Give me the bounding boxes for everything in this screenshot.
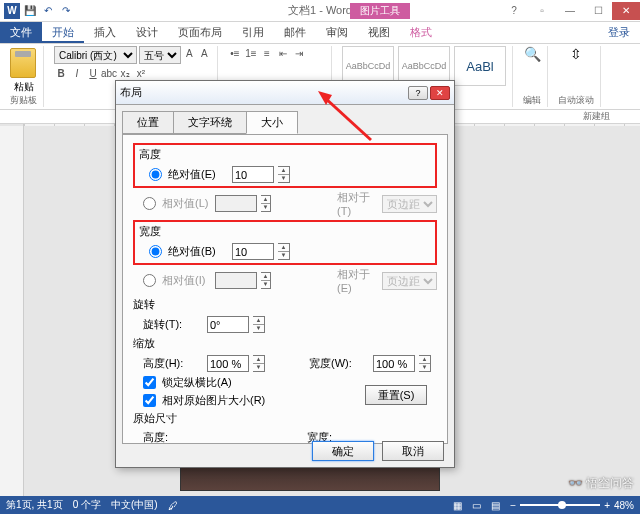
status-lang[interactable]: 中文(中国) bbox=[111, 498, 158, 512]
title-bar: W 💾 ↶ ↷ 文档1 - Word 图片工具 ? ▫ — ☐ ✕ bbox=[0, 0, 640, 22]
width-abs-input[interactable] bbox=[232, 243, 274, 260]
dtab-position[interactable]: 位置 bbox=[122, 111, 174, 134]
zoom-in-icon[interactable]: + bbox=[604, 500, 610, 511]
dtab-wrap[interactable]: 文字环绕 bbox=[173, 111, 247, 134]
relative-original-checkbox[interactable] bbox=[143, 394, 156, 407]
reset-button[interactable]: 重置(S) bbox=[365, 385, 427, 405]
zoom-value[interactable]: 48% bbox=[614, 500, 634, 511]
style-heading1[interactable]: AaBl bbox=[454, 46, 506, 86]
bullets-icon[interactable]: •≡ bbox=[228, 46, 242, 60]
width-highlight: 宽度 绝对值(B) ▲▼ bbox=[133, 220, 437, 265]
group-clipboard: 粘贴 剪贴板 bbox=[4, 46, 44, 107]
dtab-size[interactable]: 大小 bbox=[246, 111, 298, 134]
tab-home[interactable]: 开始 bbox=[42, 22, 84, 43]
status-words[interactable]: 0 个字 bbox=[73, 498, 101, 512]
original-label: 原始尺寸 bbox=[133, 411, 437, 426]
word-icon: W bbox=[4, 3, 20, 19]
height-rel-label: 相对值(L) bbox=[162, 196, 211, 211]
indent-inc-icon[interactable]: ⇥ bbox=[292, 46, 306, 60]
width-rel-radio[interactable] bbox=[143, 274, 156, 287]
shrink-font-icon[interactable]: A bbox=[198, 46, 211, 60]
group-autoscroll: ⇳ 自动滚动 bbox=[552, 46, 601, 107]
height-rel-input bbox=[215, 195, 257, 212]
width-rel-spinner: ▲▼ bbox=[261, 272, 271, 289]
rotate-input[interactable] bbox=[207, 316, 249, 333]
scale-w-spinner[interactable]: ▲▼ bbox=[419, 355, 431, 372]
edit-label: 编辑 bbox=[523, 94, 541, 107]
underline-icon[interactable]: U bbox=[86, 66, 100, 80]
dialog-help-icon[interactable]: ? bbox=[408, 86, 428, 100]
zoom-slider[interactable] bbox=[520, 504, 600, 506]
cancel-button[interactable]: 取消 bbox=[382, 441, 444, 461]
height-abs-radio[interactable] bbox=[149, 168, 162, 181]
scale-w-label: 宽度(W): bbox=[309, 356, 369, 371]
save-icon[interactable]: 💾 bbox=[22, 3, 38, 19]
grow-font-icon[interactable]: A bbox=[183, 46, 196, 60]
ribbon-tabs: 文件 开始 插入 设计 页面布局 引用 邮件 审阅 视图 格式 登录 bbox=[0, 22, 640, 44]
tab-file[interactable]: 文件 bbox=[0, 22, 42, 43]
tab-design[interactable]: 设计 bbox=[126, 22, 168, 43]
view-read-icon[interactable]: ▭ bbox=[472, 500, 481, 511]
view-print-icon[interactable]: ▦ bbox=[453, 500, 462, 511]
height-rel-radio[interactable] bbox=[143, 197, 156, 210]
dialog-tabs: 位置 文字环绕 大小 bbox=[122, 111, 448, 134]
relative-original-label: 相对原始图片大小(R) bbox=[162, 393, 265, 408]
ok-button[interactable]: 确定 bbox=[312, 441, 374, 461]
sub-icon[interactable]: x₂ bbox=[118, 66, 132, 80]
width-abs-radio[interactable] bbox=[149, 245, 162, 258]
tab-insert[interactable]: 插入 bbox=[84, 22, 126, 43]
document-title: 文档1 - Word bbox=[288, 3, 352, 18]
bold-icon[interactable]: B bbox=[54, 66, 68, 80]
italic-icon[interactable]: I bbox=[70, 66, 84, 80]
font-name-select[interactable]: Calibri (西文) bbox=[54, 46, 137, 64]
undo-icon[interactable]: ↶ bbox=[40, 3, 56, 19]
width-abs-label: 绝对值(B) bbox=[168, 244, 228, 259]
height-abs-label: 绝对值(E) bbox=[168, 167, 228, 182]
login-link[interactable]: 登录 bbox=[598, 22, 640, 43]
rotate-spinner[interactable]: ▲▼ bbox=[253, 316, 265, 333]
dialog-title: 布局 bbox=[120, 85, 142, 100]
scale-label: 缩放 bbox=[133, 336, 437, 351]
close-icon[interactable]: ✕ bbox=[612, 2, 640, 20]
height-relto-label: 相对于(T) bbox=[337, 190, 378, 217]
tab-format[interactable]: 格式 bbox=[400, 22, 442, 43]
tab-view[interactable]: 视图 bbox=[358, 22, 400, 43]
sup-icon[interactable]: x² bbox=[134, 66, 148, 80]
scale-w-input[interactable] bbox=[373, 355, 415, 372]
multilevel-icon[interactable]: ≡ bbox=[260, 46, 274, 60]
rotate-label: 旋转 bbox=[133, 297, 437, 312]
numbering-icon[interactable]: 1≡ bbox=[244, 46, 258, 60]
minimize-icon[interactable]: — bbox=[556, 2, 584, 20]
dialog-close-icon[interactable]: ✕ bbox=[430, 86, 450, 100]
context-tab-label: 图片工具 bbox=[350, 3, 410, 19]
scale-h-spinner[interactable]: ▲▼ bbox=[253, 355, 265, 372]
vertical-ruler bbox=[0, 126, 24, 496]
tab-review[interactable]: 审阅 bbox=[316, 22, 358, 43]
help-icon[interactable]: ? bbox=[500, 2, 528, 20]
dialog-body: 高度 绝对值(E) ▲▼ 相对值(L) ▲▼ 相对于(T) 页边距 宽度 绝对值… bbox=[122, 134, 448, 444]
height-abs-spinner[interactable]: ▲▼ bbox=[278, 166, 290, 183]
font-size-select[interactable]: 五号 bbox=[139, 46, 181, 64]
rotate-field-label: 旋转(T): bbox=[143, 317, 203, 332]
maximize-icon[interactable]: ☐ bbox=[584, 2, 612, 20]
paste-icon[interactable] bbox=[10, 48, 36, 78]
ribbon-options-icon[interactable]: ▫ bbox=[528, 2, 556, 20]
tab-mailings[interactable]: 邮件 bbox=[274, 22, 316, 43]
indent-dec-icon[interactable]: ⇤ bbox=[276, 46, 290, 60]
scale-h-input[interactable] bbox=[207, 355, 249, 372]
lock-aspect-label: 锁定纵横比(A) bbox=[162, 375, 232, 390]
status-page[interactable]: 第1页, 共1页 bbox=[6, 498, 63, 512]
zoom-out-icon[interactable]: − bbox=[510, 500, 516, 511]
dialog-titlebar[interactable]: 布局 ? ✕ bbox=[116, 81, 454, 105]
height-abs-input[interactable] bbox=[232, 166, 274, 183]
strike-icon[interactable]: abc bbox=[102, 66, 116, 80]
redo-icon[interactable]: ↷ bbox=[58, 3, 74, 19]
lock-aspect-checkbox[interactable] bbox=[143, 376, 156, 389]
width-rel-input bbox=[215, 272, 257, 289]
width-abs-spinner[interactable]: ▲▼ bbox=[278, 243, 290, 260]
width-relto-select: 页边距 bbox=[382, 272, 437, 290]
view-web-icon[interactable]: ▤ bbox=[491, 500, 500, 511]
tab-references[interactable]: 引用 bbox=[232, 22, 274, 43]
tab-layout[interactable]: 页面布局 bbox=[168, 22, 232, 43]
width-label: 宽度 bbox=[139, 224, 431, 239]
